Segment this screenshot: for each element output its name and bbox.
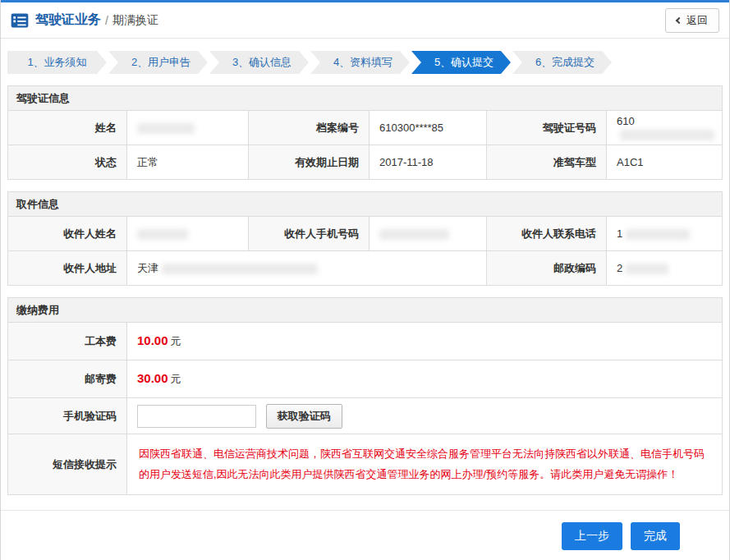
mailing-fee-value: 30.00元 [127,360,723,398]
license-services-icon [11,13,29,28]
license-info-table: 姓名 档案编号 610300****85 驾驶证号码 610 状态 正常 有效期… [7,110,723,180]
table-row: 短信接收提示 因陕西省联通、电信运营商技术问题，陕西省互联网交通安全综合服务管理… [8,434,723,495]
production-fee-label: 工本费 [8,323,127,360]
previous-step-button[interactable]: 上一步 [562,522,622,550]
recipient-phone-label: 收件人联系电话 [487,217,607,251]
back-chevron-icon [676,16,682,23]
sms-notice-cell: 因陕西省联通、电信运营商技术问题，陕西省互联网交通安全综合服务管理平台无法向持陕… [127,434,723,495]
back-button[interactable]: 返回 [665,8,719,33]
sms-notice-text: 因陕西省联通、电信运营商技术问题，陕西省互联网交通安全综合服务管理平台无法向持陕… [127,434,722,494]
sms-code-cell: 获取验证码 [127,398,723,434]
sms-code-label: 手机验证码 [8,398,127,434]
page-title: 驾驶证业务 [35,11,101,29]
file-number-label: 档案编号 [249,111,370,145]
table-row: 工本费 10.00元 [8,323,723,360]
file-number-value: 610300****85 [370,111,487,145]
license-number-label: 驾驶证号码 [487,111,607,145]
redacted-value [379,229,449,240]
mailing-fee-amount: 30.00 [137,371,168,385]
license-number-prefix: 610 [617,115,635,127]
footer-actions: 上一步 完成 [1,510,729,550]
license-number-value: 610 [607,111,723,145]
fees-title: 缴纳费用 [7,297,723,322]
vehicle-class-label: 准驾车型 [487,145,607,180]
redacted-value [137,123,195,134]
recipient-phone-value: 1 [607,217,723,251]
table-row: 收件人地址 天津 邮政编码 2 [8,251,723,286]
recipient-mobile-label: 收件人手机号码 [249,217,370,251]
postal-code-value: 2 [607,251,723,286]
page-subtitle: 期满换证 [112,13,158,28]
mailing-fee-label: 邮寄费 [8,360,127,398]
step-4-fill-data: 4、资料填写 [310,51,410,74]
step-2-user-declaration: 2、用户申告 [108,51,208,74]
redacted-value [137,229,188,240]
expiry-label: 有效期止日期 [249,145,370,180]
vehicle-class-value: A1C1 [607,145,723,180]
table-row: 手机验证码 获取验证码 [8,398,723,434]
title-separator: / [105,14,108,27]
section-fees: 缴纳费用 工本费 10.00元 邮寄费 30.00元 手机验证码 [7,297,723,495]
status-label: 状态 [8,145,127,180]
production-fee-amount: 10.00 [137,333,168,347]
fees-table: 工本费 10.00元 邮寄费 30.00元 手机验证码 获取验证码 短信接收提 [7,322,723,495]
status-value: 正常 [127,145,249,180]
recipient-name-value [127,217,249,251]
pickup-info-table: 收件人姓名 收件人手机号码 收件人联系电话 1 收件人地址 天津 邮政编码 2 [7,216,723,286]
get-code-button[interactable]: 获取验证码 [266,404,342,429]
step-wizard: 1、业务须知 2、用户申告 3、确认信息 4、资料填写 5、确认提交 6、完成提… [7,51,723,74]
header: 驾驶证业务 / 期满换证 返回 [1,2,729,39]
redacted-value [626,229,690,240]
page: 驾驶证业务 / 期满换证 返回 1、业务须知 2、用户申告 3、确认信息 4、资… [0,0,730,560]
name-value [127,111,249,145]
step-1-business-notice: 1、业务须知 [7,51,107,74]
sms-notice-label: 短信接收提示 [8,434,127,495]
currency-unit: 元 [171,335,181,347]
table-row: 姓名 档案编号 610300****85 驾驶证号码 610 [8,111,723,145]
expiry-value: 2017-11-18 [370,145,487,180]
postal-code-prefix: 2 [617,262,622,274]
redacted-value [626,264,668,274]
postal-code-label: 邮政编码 [487,251,607,286]
sms-code-input[interactable] [137,405,256,428]
back-button-label: 返回 [686,13,708,28]
table-row: 状态 正常 有效期止日期 2017-11-18 准驾车型 A1C1 [8,145,723,180]
step-6-complete-submit: 6、完成提交 [512,51,612,74]
table-row: 收件人姓名 收件人手机号码 收件人联系电话 1 [8,217,723,251]
recipient-phone-prefix: 1 [617,227,622,240]
recipient-mobile-value [370,217,487,251]
pickup-info-title: 取件信息 [7,191,723,216]
recipient-address-label: 收件人地址 [8,251,127,286]
step-3-confirm-info: 3、确认信息 [209,51,309,74]
name-label: 姓名 [8,111,127,145]
redacted-value [620,130,714,140]
table-row: 邮寄费 30.00元 [8,360,723,398]
section-license-info: 驾驶证信息 姓名 档案编号 610300****85 驾驶证号码 610 状态 … [7,85,723,180]
recipient-address-value: 天津 [127,251,487,286]
step-5-confirm-submit: 5、确认提交 [411,51,511,74]
redacted-value [162,264,318,274]
recipient-name-label: 收件人姓名 [8,217,127,251]
recipient-address-prefix: 天津 [137,262,158,274]
finish-button[interactable]: 完成 [631,522,680,550]
license-info-title: 驾驶证信息 [7,85,723,110]
production-fee-value: 10.00元 [127,323,723,360]
section-pickup-info: 取件信息 收件人姓名 收件人手机号码 收件人联系电话 1 收件人地址 天津 邮政… [7,191,723,286]
currency-unit: 元 [171,373,181,385]
